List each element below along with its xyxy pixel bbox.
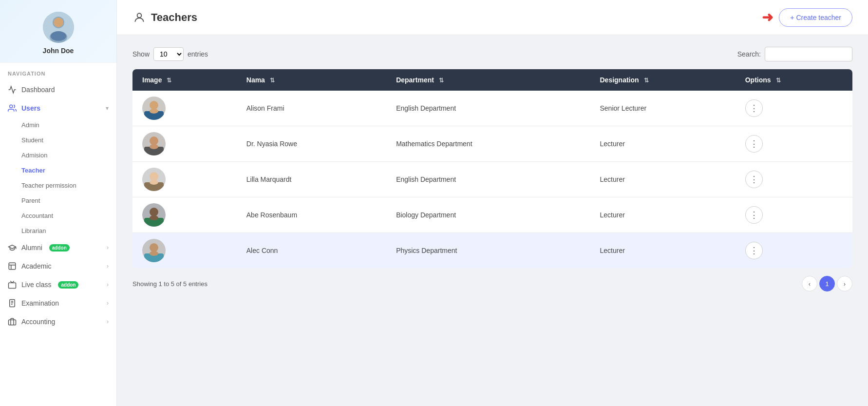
sort-dept-icon: ⇅ xyxy=(439,77,444,84)
sidebar-item-live-class-label: Live class xyxy=(21,281,51,289)
svg-point-28 xyxy=(150,243,158,252)
teacher-avatar xyxy=(142,239,166,262)
table-row: Abe Rosenbaum Biology Department Lecture… xyxy=(132,197,852,233)
teacher-designation-cell: Lecturer xyxy=(590,233,735,269)
teacher-image-cell xyxy=(132,197,237,233)
entries-select[interactable]: 10 25 50 100 xyxy=(153,47,184,61)
teacher-department-cell: Biology Department xyxy=(386,197,590,233)
svg-point-20 xyxy=(150,172,158,181)
options-button[interactable]: ⋮ xyxy=(745,171,763,188)
sidebar-header: John Doe xyxy=(0,0,116,63)
alumni-badge: addon xyxy=(49,244,70,251)
next-page-button[interactable]: › xyxy=(837,276,852,291)
page-title: Teachers xyxy=(151,11,197,24)
alumni-chevron-icon: › xyxy=(107,244,109,251)
col-department: Department ⇅ xyxy=(386,69,590,91)
teacher-options-cell: ⋮ xyxy=(736,233,852,269)
sidebar-sub-item-parent[interactable]: Parent xyxy=(0,193,116,208)
options-button[interactable]: ⋮ xyxy=(745,242,763,259)
sidebar-item-examination-label: Examination xyxy=(21,299,59,307)
create-teacher-button[interactable]: + Create teacher xyxy=(779,8,852,27)
sidebar-sub-item-teacher[interactable]: Teacher xyxy=(0,163,116,178)
teacher-avatar xyxy=(142,203,166,227)
page-title-icon xyxy=(132,11,146,24)
sidebar-item-alumni-label: Alumni xyxy=(21,244,42,251)
search-area: Search: xyxy=(737,47,852,61)
accounting-icon xyxy=(8,317,17,326)
teacher-image-cell xyxy=(132,126,237,162)
teacher-options-cell: ⋮ xyxy=(736,126,852,162)
teacher-avatar xyxy=(142,132,166,155)
page-1-button[interactable]: 1 xyxy=(819,276,835,291)
sidebar-item-examination[interactable]: Examination › xyxy=(0,294,116,312)
sidebar-item-academic[interactable]: Academic › xyxy=(0,257,116,275)
col-image: Image ⇅ xyxy=(132,69,237,91)
svg-rect-7 xyxy=(9,283,16,288)
svg-point-26 xyxy=(150,215,158,220)
sidebar-item-users[interactable]: Users ▾ xyxy=(0,99,116,117)
sort-image-icon: ⇅ xyxy=(167,77,171,84)
teachers-table: Image ⇅ Nama ⇅ Department ⇅ Designation … xyxy=(132,69,852,268)
svg-point-22 xyxy=(150,180,158,185)
svg-point-18 xyxy=(150,144,158,149)
svg-rect-6 xyxy=(9,263,16,270)
svg-point-14 xyxy=(150,109,158,114)
sidebar-item-live-class[interactable]: Live class addon › xyxy=(0,275,116,294)
svg-point-24 xyxy=(150,208,158,216)
teacher-designation-cell: Senior Lecturer xyxy=(590,91,735,126)
sidebar-sub-item-student[interactable]: Student xyxy=(0,133,116,148)
teacher-image-cell xyxy=(132,162,237,197)
live-icon xyxy=(8,280,17,289)
users-icon xyxy=(8,104,17,113)
options-button[interactable]: ⋮ xyxy=(745,135,763,153)
exam-chevron-icon: › xyxy=(107,300,109,307)
table-row: Dr. Nyasia Rowe Mathematics Department L… xyxy=(132,126,852,162)
user-avatar xyxy=(43,12,74,43)
pagination-controls: ‹ 1 › xyxy=(802,276,852,291)
teacher-options-cell: ⋮ xyxy=(736,162,852,197)
teacher-name-cell: Dr. Nyasia Rowe xyxy=(237,126,386,162)
sidebar-item-dashboard[interactable]: Dashboard xyxy=(0,80,116,99)
options-button[interactable]: ⋮ xyxy=(745,99,763,117)
teacher-department-cell: English Department xyxy=(386,91,590,126)
teacher-department-cell: English Department xyxy=(386,162,590,197)
teacher-department-cell: Physics Department xyxy=(386,233,590,269)
show-entries-area: Show 10 25 50 100 entries xyxy=(132,47,208,61)
sidebar: John Doe NAVIGATION Dashboard Users ▾ Ad… xyxy=(0,0,117,406)
arrow-container: ➜ + Create teacher xyxy=(762,8,852,27)
sidebar-sub-item-teacher-permission[interactable]: Teacher permission xyxy=(0,178,116,193)
svg-point-4 xyxy=(51,31,66,41)
teacher-designation-cell: Lecturer xyxy=(590,197,735,233)
main-content: Teachers ➜ + Create teacher Show 10 25 5… xyxy=(117,0,868,406)
svg-rect-9 xyxy=(9,320,16,325)
sidebar-item-alumni[interactable]: Alumni addon › xyxy=(0,238,116,257)
sidebar-sub-item-librarian[interactable]: Librarian xyxy=(0,223,116,238)
search-input[interactable] xyxy=(765,47,852,61)
sidebar-item-dashboard-label: Dashboard xyxy=(21,86,55,94)
prev-page-button[interactable]: ‹ xyxy=(802,276,817,291)
options-button[interactable]: ⋮ xyxy=(745,206,763,224)
sidebar-item-academic-label: Academic xyxy=(21,262,51,270)
sidebar-sub-item-admision[interactable]: Admision xyxy=(0,148,116,163)
accounting-chevron-icon: › xyxy=(107,318,109,325)
teacher-name-cell: Alec Conn xyxy=(237,233,386,269)
show-label: Show xyxy=(132,50,150,58)
sidebar-item-accounting[interactable]: Accounting › xyxy=(0,312,116,331)
teacher-department-cell: Mathematics Department xyxy=(386,126,590,162)
teacher-name-cell: Lilla Marquardt xyxy=(237,162,386,197)
table-row: Alison Frami English Department Senior L… xyxy=(132,91,852,126)
sidebar-sub-item-accountant[interactable]: Accountant xyxy=(0,208,116,223)
live-badge: addon xyxy=(58,281,78,289)
pagination-info: Showing 1 to 5 of 5 entries xyxy=(132,280,208,288)
sidebar-sub-item-admin[interactable]: Admin xyxy=(0,117,116,133)
col-options: Options ⇅ xyxy=(736,69,852,91)
alumni-icon xyxy=(8,243,17,252)
svg-point-30 xyxy=(150,251,158,256)
table-row: Lilla Marquardt English Department Lectu… xyxy=(132,162,852,197)
table-row: Alec Conn Physics Department Lecturer ⋮ xyxy=(132,233,852,269)
arrow-indicator-icon: ➜ xyxy=(762,9,773,25)
teacher-avatar xyxy=(142,97,166,120)
pagination-area: Showing 1 to 5 of 5 entries ‹ 1 › xyxy=(132,276,852,291)
teacher-name-cell: Alison Frami xyxy=(237,91,386,126)
teacher-options-cell: ⋮ xyxy=(736,197,852,233)
